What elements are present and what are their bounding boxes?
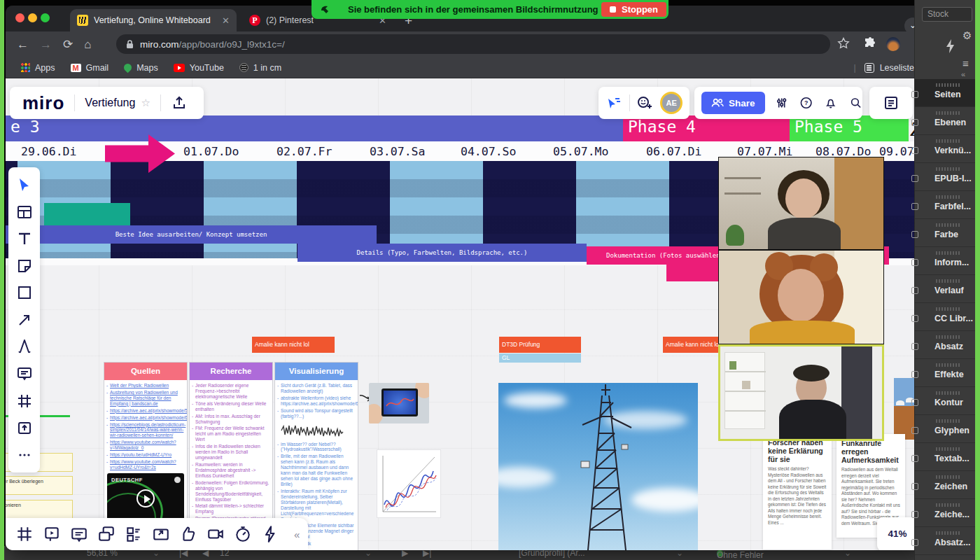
- link-item[interactable]: https://archive.aec.at/prix/showmode/699…: [106, 415, 185, 421]
- link-item[interactable]: Welt der Physik: Radiowellen: [106, 383, 185, 388]
- share-button[interactable]: Share: [701, 92, 765, 114]
- kanban-icon[interactable]: [125, 525, 143, 543]
- select-cursor-tool[interactable]: [16, 176, 33, 193]
- stock-search-field[interactable]: Stock: [922, 7, 972, 22]
- presentation-icon[interactable]: [43, 525, 61, 543]
- user-avatar[interactable]: AE: [660, 92, 682, 114]
- gear-icon[interactable]: ⚙: [962, 29, 972, 42]
- add-reaction-icon[interactable]: [636, 94, 653, 111]
- zoom-window-button[interactable]: [41, 13, 50, 22]
- participant-video-2[interactable]: [718, 250, 884, 344]
- sine-wave-diagram[interactable]: [377, 449, 441, 518]
- panel-glyphen[interactable]: Glyphen: [915, 415, 976, 443]
- article-card[interactable]: All- und Forscher haben keine Erklärung …: [763, 425, 832, 550]
- link-item[interactable]: https://www.youtube.com/watch?v=udHdMZ-U…: [106, 459, 185, 470]
- bookmark-maps[interactable]: Maps: [124, 63, 158, 73]
- video-call-overlay[interactable]: [718, 157, 884, 441]
- panel-cc-libraries[interactable]: CC Libr...: [915, 303, 976, 331]
- panel-kontur[interactable]: Kontur: [915, 387, 976, 415]
- phase5-bar[interactable]: Phase 5: [790, 115, 909, 141]
- panel-zeichen[interactable]: Zeichen: [915, 471, 976, 499]
- gantt-task-bar[interactable]: Details (Typo, Farbwelten, Bildsprache, …: [298, 244, 587, 262]
- screen-share-icon[interactable]: [152, 525, 170, 543]
- text-tool[interactable]: [16, 230, 33, 247]
- close-tab-icon[interactable]: ✕: [215, 15, 230, 26]
- panel-epub[interactable]: EPUB-I...: [915, 163, 976, 191]
- miro-logo[interactable]: miro: [22, 92, 64, 114]
- close-window-button[interactable]: [15, 13, 24, 22]
- collapse-panels-icon[interactable]: «: [961, 70, 965, 78]
- export-icon[interactable]: [171, 94, 188, 111]
- play-button-icon[interactable]: [136, 489, 155, 507]
- panel-verlauf[interactable]: Verlauf: [915, 275, 976, 303]
- back-button[interactable]: ←: [17, 38, 29, 52]
- sticky-note[interactable]: er Beck überlegen: [6, 476, 73, 495]
- phase4-bar[interactable]: Phase 4: [623, 115, 790, 141]
- phase3-bar[interactable]: e 3: [6, 115, 623, 141]
- link-item[interactable]: https://archive.aec.at/prix/showmode/528…: [106, 408, 185, 414]
- reading-list-button[interactable]: |Leseliste: [853, 57, 914, 78]
- bookmark-star-icon[interactable]: [837, 37, 850, 50]
- timer-icon[interactable]: [234, 525, 252, 543]
- gantt-task-bar[interactable]: Beste Idee ausarbeiten/ Konzept umsetzen: [6, 225, 377, 244]
- panel-farbe[interactable]: Farbe: [915, 219, 976, 247]
- chat-icon[interactable]: [97, 525, 115, 543]
- panel-informationen[interactable]: Inform...: [915, 247, 976, 275]
- panel-absatzformate[interactable]: Absatz...: [915, 527, 976, 555]
- panel-ebenen[interactable]: Ebenen: [915, 107, 976, 135]
- comment-tool[interactable]: [16, 365, 33, 382]
- upload-tool[interactable]: [16, 419, 33, 436]
- stop-sharing-button[interactable]: Stoppen: [601, 2, 666, 17]
- panel-menu-icon[interactable]: ≡: [962, 57, 968, 69]
- profile-avatar[interactable]: [886, 37, 900, 51]
- frame-tool[interactable]: [16, 393, 33, 410]
- panel-effekte[interactable]: Effekte: [915, 359, 976, 387]
- home-button[interactable]: ⌂: [84, 38, 91, 52]
- link-item[interactable]: Ausbreitung von Radiowellen und technisc…: [106, 390, 185, 407]
- connection-line-tool[interactable]: [16, 312, 33, 328]
- notifications-bell-icon[interactable]: [824, 94, 837, 111]
- favorite-star-icon[interactable]: ☆: [141, 97, 150, 109]
- bookmark-apps[interactable]: Apps: [21, 63, 55, 73]
- miro-canvas[interactable]: e 3 Phase 4 Phase 5 Z 29.06.Di 01.07.Do …: [6, 78, 924, 550]
- lightning-tool-icon[interactable]: [946, 39, 955, 53]
- video-camera-icon[interactable]: [206, 525, 225, 543]
- board-title[interactable]: Vertiefung: [85, 97, 135, 109]
- participant-video-3-active[interactable]: [718, 344, 884, 441]
- tab-miro[interactable]: Vertiefung, Online Whiteboard ✕: [70, 9, 237, 31]
- panel-absatz[interactable]: Absatz: [915, 331, 976, 359]
- templates-tool[interactable]: [16, 204, 33, 220]
- collapse-toolbar-button[interactable]: «: [294, 528, 300, 540]
- thumbs-up-icon[interactable]: [179, 525, 197, 543]
- panel-zeichenformate[interactable]: Zeiche...: [915, 499, 976, 527]
- bookmark-youtube[interactable]: YouTube: [174, 63, 224, 73]
- panel-verknuepfungen[interactable]: Verknü...: [915, 135, 976, 163]
- pen-tool[interactable]: [16, 338, 33, 355]
- forward-button[interactable]: →: [40, 38, 52, 52]
- shapes-tool[interactable]: [16, 284, 33, 301]
- link-item[interactable]: https://scienceblogs.de/astrodicticum-si…: [106, 422, 185, 439]
- link-item[interactable]: https://youtu.be/udHdMZ-UYro: [106, 452, 185, 458]
- more-tools[interactable]: [16, 447, 33, 463]
- card-icon[interactable]: [70, 525, 88, 543]
- sticky-note[interactable]: ionieren: [6, 500, 73, 519]
- extensions-icon[interactable]: [864, 37, 876, 50]
- help-icon[interactable]: ?: [799, 94, 813, 111]
- gantt-event[interactable]: Amalie kann nicht lol: [252, 337, 335, 353]
- frames-icon[interactable]: [15, 525, 34, 543]
- bookmark-gmail[interactable]: MGmail: [71, 63, 109, 73]
- minimize-window-button[interactable]: [28, 13, 37, 22]
- tablet-photo[interactable]: [369, 383, 429, 424]
- quick-actions-lightning-icon[interactable]: [261, 525, 279, 543]
- participant-video-1[interactable]: [718, 157, 884, 250]
- panel-farbfelder[interactable]: Farbfel...: [915, 191, 976, 219]
- filters-icon[interactable]: [775, 94, 788, 111]
- link-item[interactable]: https://www.youtube.com/watch?v=MWagadol…: [106, 440, 185, 451]
- panel-seiten[interactable]: Seiten: [915, 79, 976, 107]
- follow-cursor-icon[interactable]: [606, 94, 622, 111]
- notes-icon[interactable]: [883, 94, 899, 111]
- gantt-event[interactable]: GL: [499, 354, 581, 363]
- address-bar[interactable]: miro.com/app/board/o9J_l9xtx1c=/: [116, 34, 830, 54]
- gantt-milestone-bar[interactable]: [44, 203, 130, 225]
- bookmark-1incm[interactable]: 1 in cm: [239, 63, 281, 73]
